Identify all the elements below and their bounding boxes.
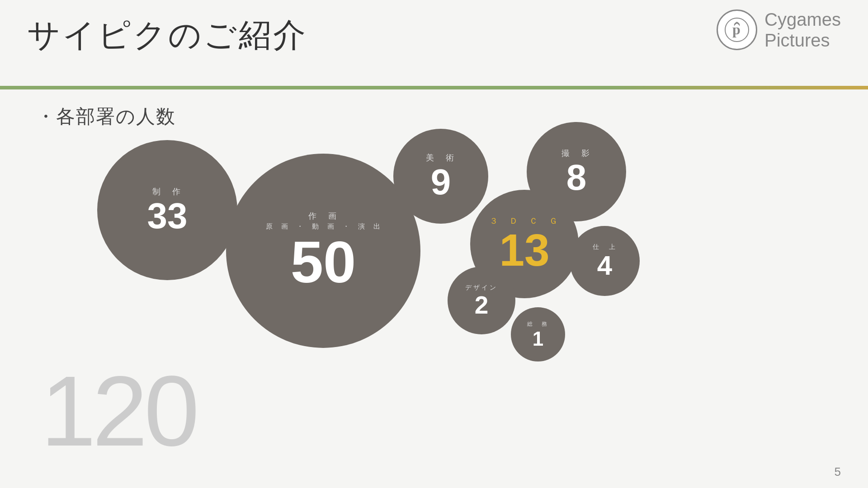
bubble-seisaku-number: 33 (147, 198, 188, 234)
bubble-design-label: デザイン (465, 284, 498, 292)
bubble-sakuga-label1: 作 画 (308, 211, 338, 221)
divider-line (0, 86, 868, 89)
bubble-bijutsu: 美 術 9 (393, 129, 488, 224)
bubble-seisaku: 制 作 33 (97, 140, 237, 280)
total-number: 120 (41, 361, 196, 461)
section-label: ・各部署の人数 (36, 104, 176, 129)
bubble-satsuei-number: 8 (566, 160, 587, 196)
bubble-soumu-number: 1 (533, 329, 543, 349)
bubble-shiage: 仕 上 4 (570, 226, 640, 296)
bubble-shiage-number: 4 (597, 252, 612, 279)
page-number: 5 (835, 465, 841, 479)
bubble-bijutsu-number: 9 (431, 164, 451, 200)
bubble-design: デザイン 2 (448, 267, 515, 334)
page-title: サイピクのご紹介 (27, 14, 841, 57)
header: サイピクのご紹介 (27, 14, 841, 57)
bubble-design-number: 2 (475, 293, 489, 318)
bubble-soumu: 総 務 1 (511, 307, 565, 361)
bubble-3dcg-number: 13 (499, 227, 549, 272)
bubble-soumu-label: 総 務 (527, 320, 549, 328)
bubble-sakuga: 作 画 原 画 ・ 動 画 ・ 演 出 50 (226, 154, 420, 348)
bubble-shiage-label: 仕 上 (593, 243, 617, 251)
bubble-sakuga-number: 50 (291, 233, 356, 291)
